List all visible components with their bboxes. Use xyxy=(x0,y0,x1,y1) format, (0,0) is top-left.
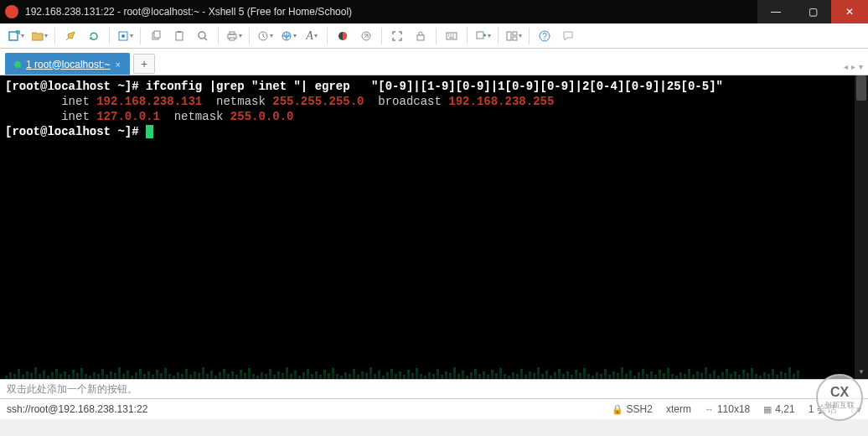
toolbar-separator xyxy=(498,28,499,44)
new-session-button[interactable] xyxy=(5,26,27,46)
ip-address: 127.0.0.1 xyxy=(96,110,160,123)
window-buttons: — ▢ ✕ xyxy=(757,0,868,23)
toolbar-separator xyxy=(529,28,530,44)
window-titlebar: 192.168.238.131:22 - root@localhost:~ - … xyxy=(0,0,868,23)
netmask: 255.0.0.0 xyxy=(230,110,294,123)
output-text: netmask xyxy=(160,110,230,123)
cursor xyxy=(146,125,153,138)
svg-rect-18 xyxy=(507,32,511,40)
status-size: ↔110x18 xyxy=(705,403,750,415)
history-button[interactable] xyxy=(254,26,276,46)
svg-rect-19 xyxy=(513,32,517,35)
status-term-type: xterm xyxy=(666,403,691,415)
toolbar-separator xyxy=(327,28,328,44)
grid-icon: ▦ xyxy=(763,404,772,415)
properties-button[interactable] xyxy=(114,26,136,46)
tab-label: 1 root@localhost:~ xyxy=(26,59,111,70)
toolbar-separator xyxy=(54,28,55,44)
chat-button[interactable] xyxy=(557,26,579,46)
svg-rect-5 xyxy=(176,32,183,40)
new-tab-button[interactable]: + xyxy=(133,54,155,74)
watermark-big: CX xyxy=(830,385,849,400)
tab-list-button[interactable]: ▾ xyxy=(859,62,863,71)
resize-icon: ↔ xyxy=(705,404,714,414)
terminal[interactable]: [root@localhost ~]# ifconfig |grep "inet… xyxy=(0,75,868,379)
status-connection: ssh://root@192.168.238.131:22 xyxy=(7,403,598,415)
maximize-button[interactable]: ▢ xyxy=(794,0,831,23)
toolbar-separator xyxy=(140,28,141,44)
copy-button[interactable] xyxy=(145,26,167,46)
status-pos-label: 4,21 xyxy=(775,403,794,415)
print-button[interactable] xyxy=(223,26,245,46)
svg-point-7 xyxy=(199,32,205,39)
output-text: netmask xyxy=(202,95,272,108)
watermark-small: 创新互联 xyxy=(824,400,855,411)
font-button[interactable]: A xyxy=(301,26,323,46)
color-scheme-button[interactable] xyxy=(332,26,354,46)
minimize-button[interactable]: — xyxy=(757,0,794,23)
toolbar-separator xyxy=(467,28,468,44)
command-text: ifconfig |grep "inet "| egrep "[0-9]|[1-… xyxy=(146,80,723,93)
globe-button[interactable] xyxy=(277,26,299,46)
svg-rect-6 xyxy=(178,31,181,33)
session-tabbar: 1 root@localhost:~ × + ◂ ▸ ▾ xyxy=(0,49,868,75)
tab-close-button[interactable]: × xyxy=(116,60,121,70)
watermark-logo: CX 创新互联 xyxy=(816,374,863,421)
tab-prev-button[interactable]: ◂ xyxy=(844,62,848,71)
connected-indicator-icon xyxy=(14,61,21,68)
help-button[interactable]: ? xyxy=(534,26,555,46)
lock-button[interactable] xyxy=(410,26,431,46)
paste-button[interactable] xyxy=(168,26,190,46)
tab-nav: ◂ ▸ ▾ xyxy=(844,62,863,71)
app-icon xyxy=(5,5,18,18)
scroll-thumb[interactable] xyxy=(856,75,866,101)
find-button[interactable] xyxy=(192,26,214,46)
toolbar-separator xyxy=(249,28,250,44)
status-cursor-pos: ▦4,21 xyxy=(763,403,794,415)
prompt: [root@localhost ~]# xyxy=(5,80,146,93)
netmask: 255.255.255.0 xyxy=(272,95,364,108)
svg-rect-4 xyxy=(154,31,160,38)
ip-address: 192.168.238.131 xyxy=(96,95,202,108)
close-button[interactable]: ✕ xyxy=(831,0,868,23)
tab-next-button[interactable]: ▸ xyxy=(851,62,855,71)
status-bar: ssh://root@192.168.238.131:22 🔒SSH2 xter… xyxy=(0,399,868,419)
toolbar-separator xyxy=(381,28,382,44)
reconnect-button[interactable] xyxy=(83,26,105,46)
svg-rect-15 xyxy=(417,35,424,40)
svg-point-2 xyxy=(121,34,125,38)
terminal-scrollbar[interactable]: ▲ ▼ xyxy=(855,75,868,379)
toolbar-separator xyxy=(109,28,110,44)
encoding-button[interactable] xyxy=(355,26,377,46)
output-text: broadcast xyxy=(364,95,448,108)
output-text: inet xyxy=(5,95,96,108)
keyboard-button[interactable] xyxy=(441,26,462,46)
quick-button-bar[interactable]: 双击此处添加一个新的按钮。 xyxy=(0,379,868,399)
output-text: inet xyxy=(5,110,96,123)
terminal-wrap: [root@localhost ~]# ifconfig |grep "inet… xyxy=(0,75,868,379)
fullscreen-button[interactable] xyxy=(386,26,408,46)
layout-button[interactable] xyxy=(503,26,524,46)
highlight-button[interactable] xyxy=(59,26,81,46)
main-toolbar: A ? xyxy=(0,23,868,49)
lock-icon: 🔒 xyxy=(612,404,623,415)
svg-rect-20 xyxy=(513,37,517,40)
prompt: [root@localhost ~]# xyxy=(5,125,146,138)
toolbar-separator xyxy=(218,28,219,44)
quick-button-hint: 双击此处添加一个新的按钮。 xyxy=(7,382,137,397)
status-size-label: 110x18 xyxy=(717,403,750,415)
scroll-down-icon[interactable]: ▼ xyxy=(855,366,868,379)
svg-text:?: ? xyxy=(542,32,547,41)
svg-rect-9 xyxy=(230,32,235,34)
toolbar-separator xyxy=(436,28,437,44)
status-ssh-label: SSH2 xyxy=(627,403,653,415)
window-title: 192.168.238.131:22 - root@localhost:~ - … xyxy=(25,6,757,18)
broadcast: 192.168.238.255 xyxy=(448,95,554,108)
new-window-button[interactable] xyxy=(472,26,493,46)
session-tab[interactable]: 1 root@localhost:~ × xyxy=(5,53,130,75)
svg-rect-17 xyxy=(477,32,483,39)
status-ssh: 🔒SSH2 xyxy=(612,403,653,415)
svg-rect-10 xyxy=(230,38,235,40)
open-session-button[interactable] xyxy=(28,26,50,46)
